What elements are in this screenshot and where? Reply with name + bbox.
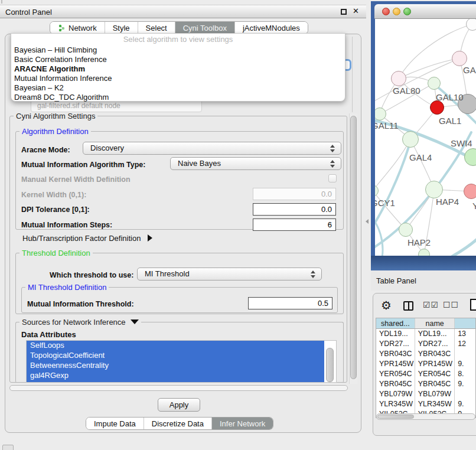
control-panel-title: Control Panel [5,8,52,17]
column-header-partial[interactable] [455,318,475,328]
table-horizontal-scrollbar-track[interactable] [376,413,475,420]
which-threshold-combo[interactable]: MI Threshold [137,268,322,281]
attribute-item-gal4rgexp[interactable]: gal4RGexp [27,371,324,381]
node-hap2[interactable] [399,223,413,237]
table-row[interactable]: YPR145WYPR145W9. [376,359,475,369]
settings-vertical-scrollbar-track[interactable] [349,113,357,384]
node-label: HAP2 [407,237,431,247]
node-partial-top[interactable] [466,19,476,31]
combo-stepper-icon [311,270,316,278]
settings-vertical-scrollbar-thumb[interactable] [350,116,357,379]
node-label: GAL4 [409,152,432,162]
menu-item-mutual-information[interactable]: Mutual Information Inference [14,74,339,83]
table-row[interactable]: YBL079WYBL079W [376,389,475,399]
split-columns-icon[interactable] [403,301,413,311]
tab-impute-data[interactable]: Impute Data [86,418,144,429]
dpi-tolerance-field[interactable]: 0.0 [253,203,336,216]
mi-threshold-field[interactable]: 0.5 [248,297,332,309]
column-header-name[interactable]: name [415,318,455,328]
node-hap4[interactable] [425,181,443,198]
manual-kernel-checkbox[interactable] [328,174,337,182]
corner-mini-button[interactable] [2,445,14,450]
table-row[interactable]: YLR345WYLR345W9. [376,399,475,409]
tab-cyni-toolbox[interactable]: Cyni Toolbox [175,22,235,34]
menu-item-basic-correlation[interactable]: Basic Correlation Inference [14,55,339,64]
expanded-arrow-icon [131,319,139,324]
table-header-row: shared... name [376,318,475,329]
table-row[interactable]: YER054CYER054C8. [376,369,475,379]
data-attributes-list: SelfLoops TopologicalCoefficient Between… [26,340,337,383]
minimize-traffic-light-icon[interactable] [393,8,400,15]
node-gal10[interactable] [428,77,441,90]
cyni-settings-group-title: Cyni Algorithm Settings [14,112,97,120]
attribute-item-betweennesscentrality[interactable]: BetweennessCentrality [27,361,324,371]
data-attributes-label: Data Attributes [21,330,76,339]
tab-style[interactable]: Style [105,22,138,34]
table-row[interactable]: YBR045CYBR045C9. [376,379,475,389]
zoom-traffic-light-icon[interactable] [403,8,411,15]
export-table-icon[interactable] [470,299,476,311]
checked-columns-icon[interactable]: ☑☑ [423,300,439,309]
node-label: HAP4 [436,197,459,207]
table-horizontal-scrollbar-thumb[interactable] [377,415,414,419]
tab-infer-network[interactable]: Infer Network [212,418,273,429]
mi-type-combo[interactable]: Naive Bayes [170,157,341,170]
menu-item-bayesian-hill-climbing[interactable]: Bayesian – Hill Climbing [14,45,339,55]
attribute-item-selfloops[interactable]: SelfLoops [27,341,324,351]
node-label: SWI4 [451,138,472,148]
table-panel-header: Table Panel [371,270,476,291]
table-row[interactable]: YDR27...YDR27...12 [376,339,475,349]
combo-stepper-icon [330,160,335,168]
threshold-definition-title: Threshold Definition [19,249,93,257]
application-root: Control Panel ✕ Network Style Select Cyn… [0,0,476,450]
mi-type-label: Mutual Information Algorithm Type: [21,161,145,169]
attributes-list-scrollbar[interactable] [326,348,334,382]
control-panel-tabstrip: Network Style Select Cyni Toolbox jActiv… [50,21,308,34]
close-icon[interactable]: ✕ [353,6,359,15]
tab-select[interactable]: Select [138,22,175,34]
aracne-mode-combo[interactable]: Discovery [83,142,341,155]
node-gal4[interactable] [402,131,419,148]
network-window-bottom-frame [371,256,476,270]
gear-icon[interactable]: ⚙ [381,298,392,312]
close-traffic-light-icon[interactable] [382,8,390,15]
menu-item-aracne[interactable]: ARACNE Algorithm [14,64,339,74]
node-label: Y [472,201,476,211]
node-gal1[interactable] [430,100,444,115]
node-gal80[interactable] [391,71,406,86]
mi-steps-field[interactable]: 6 [253,219,336,231]
unchecked-columns-icon[interactable]: ☐☐ [443,300,459,309]
node-attribute-table: shared... name YDL19...YDL19...13 YDR27.… [376,318,476,418]
combo-stepper-icon [330,145,335,152]
bottom-tabstrip: Impute Data Discretize Data Infer Networ… [86,417,273,430]
hub-definition-toggle[interactable]: Hub/Transcription Factor Definition [22,234,152,243]
collapsed-arrow-icon [148,234,152,242]
network-canvas[interactable]: GAL GAL80 GAL10 GAL1 GAL11 GAL4 SWI4 GCY… [375,19,476,257]
menu-item-bayesian-k2[interactable]: Bayesian – K2 [14,83,339,93]
menu-item-dream8[interactable]: Dream8 DC_TDC Algorithm [14,93,339,102]
kernel-width-field[interactable]: 0.0 [253,188,336,200]
node-label: GAL11 [375,120,399,131]
attribute-item-partial[interactable] [27,381,324,383]
settings-horizontal-scrollbar[interactable] [9,385,348,391]
algorithm-dropdown-menu: Select algorithm to view settings Bayesi… [11,33,345,102]
node-label: GAL10 [436,92,464,102]
hidden-panel-border [352,37,353,112]
network-window-titlebar[interactable] [374,4,476,19]
tab-jactivemnodules[interactable]: jActiveMNodules [235,22,308,34]
sources-group-title[interactable]: Sources for Network Inference [19,318,141,327]
attribute-item-topologicalcoefficient[interactable]: TopologicalCoefficient [27,351,324,361]
table-row[interactable]: YDL19...YDL19...13 [376,329,475,339]
splitter-grip-icon[interactable] [366,219,369,224]
table-row[interactable]: YBR043CYBR043C [376,349,475,359]
tab-network[interactable]: Network [50,22,105,34]
apply-button[interactable]: Apply [158,398,200,412]
tab-discretize-data[interactable]: Discretize Data [144,418,212,429]
column-header-shared-name[interactable]: shared... [376,318,415,328]
kernel-width-label: Kernel Width (0,1): [21,191,86,199]
node-pink-right[interactable] [464,184,476,199]
network-view-window: GAL GAL80 GAL10 GAL1 GAL11 GAL4 SWI4 GCY… [371,1,476,270]
node-gal-partial[interactable] [452,51,467,66]
float-window-icon[interactable] [341,9,347,15]
control-panel-titlebar: Control Panel ✕ [0,5,366,18]
